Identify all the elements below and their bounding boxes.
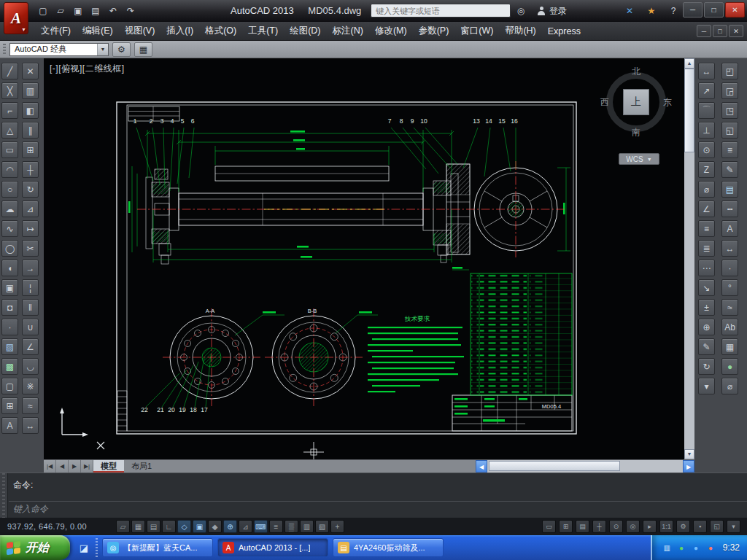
break-tool[interactable]: ‖ (22, 299, 39, 316)
insert-block-tool[interactable]: ▣ (1, 279, 18, 296)
workspace-grid-button[interactable]: ▦ (134, 42, 152, 57)
steering-wheel-button[interactable]: ◎ (626, 520, 640, 533)
transparency-toggle[interactable]: ▒ (285, 520, 298, 533)
draworder-above-tool[interactable]: ◳ (721, 102, 738, 119)
trim-tool[interactable]: ✂ (22, 240, 39, 257)
fillet-tool[interactable]: ◡ (22, 358, 39, 375)
menu-item[interactable]: Express (542, 23, 587, 39)
rotate-tool[interactable]: ↻ (22, 181, 39, 198)
hatch-tool[interactable]: ▨ (1, 338, 18, 355)
tab-nav-arrow[interactable]: ▶ (69, 460, 81, 472)
application-menu-button[interactable]: A▼ (4, 2, 28, 34)
save-icon[interactable]: ▣ (70, 4, 86, 18)
snap-mode-toggle[interactable]: ▦ (131, 520, 145, 533)
quick-dimension-tool[interactable]: ≡ (698, 220, 715, 237)
object-snap-3d-toggle[interactable]: ◆ (208, 520, 222, 533)
linetype-tool[interactable]: ┅ (721, 201, 738, 217)
scrollbar-thumb[interactable] (684, 69, 694, 152)
render-tool[interactable]: ● (721, 358, 738, 375)
toolbar-grip[interactable] (3, 44, 6, 55)
scale-tool[interactable]: ⊿ (22, 201, 39, 217)
tray-network-icon[interactable]: ▥ (662, 542, 673, 553)
stretch-tool[interactable]: ↦ (22, 220, 39, 237)
status-menu-button[interactable]: ▾ (727, 520, 740, 533)
center-mark-tool[interactable]: ⊕ (698, 319, 715, 335)
viewcube-top-face[interactable]: 上 (623, 89, 649, 115)
explode-tool[interactable]: ※ (22, 378, 39, 394)
horizontal-scrollbar[interactable]: ◀ ▶ (476, 460, 694, 472)
scroll-left-button[interactable]: ◀ (476, 460, 487, 472)
diameter-dimension-tool[interactable]: ⌀ (698, 181, 715, 198)
help-icon[interactable]: ? (665, 4, 681, 18)
draworder-back-tool[interactable]: ◲ (721, 82, 738, 99)
command-window-grip[interactable] (0, 473, 8, 518)
point-style-tool[interactable]: · (721, 260, 738, 276)
tolerance-tool[interactable]: ± (698, 299, 715, 316)
dynamic-input-toggle[interactable]: ⌨ (254, 520, 268, 533)
arc-length-dimension-tool[interactable]: ⌒ (698, 102, 715, 119)
tab-layout1[interactable]: 布局1 (124, 460, 159, 472)
gradient-tool[interactable]: ▩ (1, 358, 18, 375)
construction-line-tool[interactable]: ╳ (1, 82, 18, 99)
view-cube[interactable]: 北 南 西 东 上 (600, 66, 673, 139)
doc-minimize-button[interactable]: ─ (697, 25, 711, 37)
text-style-tool[interactable]: A (721, 220, 738, 237)
doc-restore-button[interactable]: □ (713, 25, 727, 37)
viewcube-east[interactable]: 东 (663, 96, 672, 109)
scroll-up-button[interactable]: ▲ (684, 58, 694, 69)
spline-tool[interactable]: ∿ (1, 220, 18, 237)
thickness-tool[interactable]: ≈ (721, 299, 738, 316)
infer-constraints-toggle[interactable]: ▱ (116, 520, 130, 533)
baseline-dimension-tool[interactable]: ≣ (698, 240, 715, 257)
viewport-controls[interactable]: [-][俯视][二维线框] (50, 63, 125, 75)
sign-in-button[interactable]: 登录 (537, 4, 567, 18)
scrollbar-track[interactable] (487, 460, 683, 472)
multiline-text-tool[interactable]: A (1, 417, 18, 434)
menu-item[interactable]: 标注(N) (327, 22, 369, 40)
ellipse-arc-tool[interactable]: ◖ (1, 260, 18, 276)
chamfer-tool[interactable]: ∠ (22, 338, 39, 355)
ordinate-dimension-tool[interactable]: ⊥ (698, 122, 715, 139)
quick-view-layouts-button[interactable]: ⊞ (559, 520, 573, 533)
pan-button[interactable]: ┼ (592, 520, 606, 533)
object-snap-toggle[interactable]: ▣ (193, 520, 206, 533)
doc-close-button[interactable]: ✕ (729, 25, 743, 37)
draworder-below-tool[interactable]: ◱ (721, 122, 738, 139)
menu-item[interactable]: 格式(O) (199, 22, 242, 40)
polyline-tool[interactable]: ⌐ (1, 102, 18, 119)
scroll-down-button[interactable]: ▼ (684, 449, 694, 459)
object-snap-tracking-toggle[interactable]: ⊕ (223, 520, 237, 533)
dimension-style2-tool[interactable]: ↔ (721, 240, 738, 257)
menu-item[interactable]: 帮助(H) (499, 22, 541, 40)
drawing-canvas[interactable]: 技术要求 A-A B-B MD05.4 [-][俯视][二维线框] 北 南 西 … (44, 58, 684, 459)
menu-item[interactable]: 工具(T) (242, 22, 284, 40)
lengthen-tool[interactable]: ↔ (22, 417, 39, 434)
jogged-dimension-tool[interactable]: Z (698, 161, 715, 178)
circle-tool[interactable]: ○ (1, 181, 18, 198)
scrollbar-thumb[interactable] (489, 461, 620, 471)
lineweight-toggle[interactable]: ≡ (269, 520, 283, 533)
menu-item[interactable]: 绘图(D) (284, 22, 326, 40)
exchange-apps-icon[interactable]: ★ (643, 4, 659, 18)
measure-tool[interactable]: ⌀ (721, 378, 738, 394)
angular-dimension-tool[interactable]: ∠ (698, 201, 715, 217)
leader-tool[interactable]: ↘ (698, 279, 715, 296)
viewcube-north[interactable]: 北 (632, 66, 640, 78)
search-icon[interactable]: ◎ (514, 4, 528, 18)
annotation-scale-button[interactable]: 1:1 (659, 520, 673, 533)
region-tool[interactable]: ▢ (1, 378, 18, 394)
tab-model[interactable]: 模型 (93, 460, 124, 472)
units-tool[interactable]: ° (721, 279, 738, 296)
copy-tool[interactable]: ▥ (22, 82, 39, 99)
task-autocad[interactable]: A AutoCAD 2013 - [...] (217, 538, 328, 557)
tab-nav-arrow[interactable]: ▶| (81, 460, 93, 472)
properties-tool[interactable]: ≡ (721, 141, 738, 158)
workspace-switch-button[interactable]: ⚙ (676, 520, 690, 533)
menu-item[interactable]: 文件(F) (35, 22, 77, 40)
linear-dimension-tool[interactable]: ↔ (698, 63, 715, 79)
dimension-update-tool[interactable]: ↻ (698, 358, 715, 375)
grid-display-toggle[interactable]: ▤ (147, 520, 160, 533)
viewcube-south[interactable]: 南 (632, 126, 640, 139)
scroll-right-button[interactable]: ▶ (683, 460, 694, 472)
maximize-button[interactable]: □ (704, 2, 724, 18)
